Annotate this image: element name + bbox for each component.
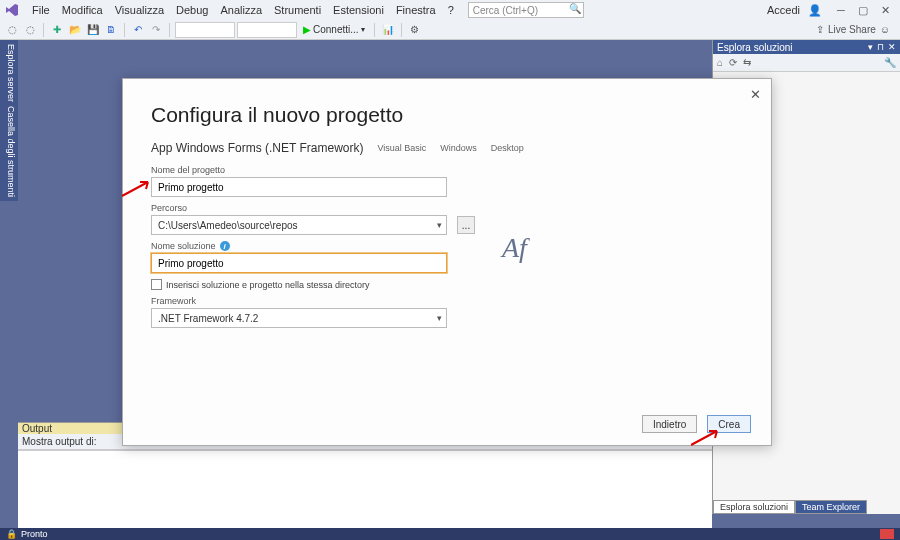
solution-explorer-header: Esplora soluzioni ▾ ⊓ ✕ [713, 40, 900, 54]
tag-type: Desktop [491, 143, 524, 153]
back-button[interactable]: Indietro [642, 415, 697, 433]
platform-dropdown[interactable] [237, 22, 297, 38]
framework-dropdown[interactable]: .NET Framework 4.7.2 [151, 308, 447, 328]
toolbar: ◌ ◌ ✚ 📂 💾 🗎 ↶ ↷ ▶ Connetti... ▾ 📊 ⚙ ⇪ Li… [0, 20, 900, 40]
liveshare-label[interactable]: Live Share [828, 24, 876, 35]
same-directory-checkbox[interactable] [151, 279, 162, 290]
tag-platform: Windows [440, 143, 477, 153]
project-name-input[interactable] [151, 177, 447, 197]
statusbar: 🔒 Pronto [0, 528, 900, 540]
open-icon[interactable]: 📂 [67, 22, 83, 38]
search-input[interactable]: Cerca (Ctrl+Q) 🔍 [468, 2, 584, 18]
play-icon: ▶ [303, 24, 311, 35]
save-icon[interactable]: 💾 [85, 22, 101, 38]
side-tab-toolbox[interactable]: Casella degli strumenti [0, 102, 18, 201]
menu-file[interactable]: File [26, 2, 56, 18]
menu-debug[interactable]: Debug [170, 2, 214, 18]
status-notification-icon[interactable] [880, 529, 894, 539]
chart-icon[interactable]: 📊 [380, 22, 396, 38]
start-label: Connetti... [313, 24, 359, 35]
save-all-icon[interactable]: 🗎 [103, 22, 119, 38]
location-value: C:\Users\Amedeo\source\repos [158, 220, 298, 231]
start-button[interactable]: ▶ Connetti... ▾ [299, 24, 369, 35]
info-icon[interactable]: i [220, 241, 230, 251]
solution-explorer-title: Esplora soluzioni [717, 42, 793, 53]
location-dropdown[interactable]: C:\Users\Amedeo\source\repos [151, 215, 447, 235]
new-icon[interactable]: ✚ [49, 22, 65, 38]
panel-close-icon[interactable]: ✕ [888, 42, 896, 52]
side-tab-server-explorer[interactable]: Esplora server [0, 40, 18, 106]
menubar: File Modifica Visualizza Debug Analizza … [0, 0, 900, 20]
sol-sync-icon[interactable]: ⇆ [743, 57, 751, 68]
config-dropdown[interactable] [175, 22, 235, 38]
panel-pin-icon[interactable]: ⊓ [877, 42, 884, 52]
status-lock-icon: 🔒 [6, 529, 17, 539]
create-button[interactable]: Crea [707, 415, 751, 433]
browse-button[interactable]: ... [457, 216, 475, 234]
tab-solution-explorer[interactable]: Esplora soluzioni [713, 500, 795, 514]
close-button[interactable]: ✕ [874, 2, 896, 18]
panel-dropdown-icon[interactable]: ▾ [868, 42, 873, 52]
tag-language: Visual Basic [377, 143, 426, 153]
menu-strumenti[interactable]: Strumenti [268, 2, 327, 18]
dialog-close-button[interactable]: ✕ [750, 87, 761, 102]
tab-team-explorer[interactable]: Team Explorer [795, 500, 867, 514]
framework-value: .NET Framework 4.7.2 [158, 313, 258, 324]
sol-refresh-icon[interactable]: ⟳ [729, 57, 737, 68]
label-solution-name: Nome soluzione i [151, 241, 743, 251]
dialog-subtitle: App Windows Forms (.NET Framework) [151, 141, 363, 155]
vs-logo-icon [4, 2, 20, 18]
menu-modifica[interactable]: Modifica [56, 2, 109, 18]
settings-icon[interactable]: ⚙ [407, 22, 423, 38]
sign-in-link[interactable]: Accedi [767, 4, 800, 16]
solution-name-input[interactable] [151, 253, 447, 273]
nav-back-icon[interactable]: ◌ [4, 22, 20, 38]
maximize-button[interactable]: ▢ [852, 2, 874, 18]
user-icon[interactable]: 👤 [808, 4, 822, 17]
new-project-dialog: ✕ Configura il nuovo progetto App Window… [122, 78, 772, 446]
menu-estensioni[interactable]: Estensioni [327, 2, 390, 18]
solution-toolbar: ⌂ ⟳ ⇆ 🔧 [713, 54, 900, 72]
dialog-title: Configura il nuovo progetto [151, 103, 743, 127]
label-framework: Framework [151, 296, 743, 306]
menu-help[interactable]: ? [442, 2, 460, 18]
label-location: Percorso [151, 203, 743, 213]
liveshare-icon[interactable]: ⇪ [816, 24, 824, 35]
output-body [18, 450, 712, 528]
search-placeholder: Cerca (Ctrl+Q) [473, 5, 538, 16]
same-directory-label: Inserisci soluzione e progetto nella ste… [166, 280, 370, 290]
nav-fwd-icon[interactable]: ◌ [22, 22, 38, 38]
redo-icon[interactable]: ↷ [148, 22, 164, 38]
minimize-button[interactable]: ─ [830, 2, 852, 18]
menu-analizza[interactable]: Analizza [214, 2, 268, 18]
label-project-name: Nome del progetto [151, 165, 743, 175]
menu-finestra[interactable]: Finestra [390, 2, 442, 18]
status-ready: Pronto [21, 529, 48, 539]
search-icon: 🔍 [569, 3, 581, 14]
sol-wrench-icon[interactable]: 🔧 [884, 57, 896, 68]
output-source-label: Mostra output di: [22, 436, 96, 447]
sol-home-icon[interactable]: ⌂ [717, 57, 723, 68]
feedback-icon[interactable]: ☺ [880, 24, 890, 35]
undo-icon[interactable]: ↶ [130, 22, 146, 38]
menu-visualizza[interactable]: Visualizza [109, 2, 170, 18]
